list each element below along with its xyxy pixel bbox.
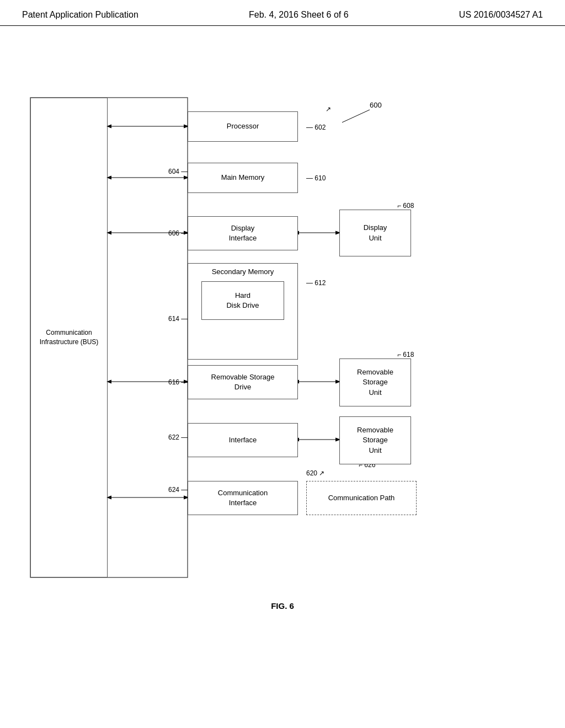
svg-text:↗: ↗ xyxy=(326,105,331,113)
svg-text:622 —: 622 — xyxy=(168,433,188,441)
svg-text:606 —: 606 — xyxy=(168,229,188,237)
hard-disk-drive-box: Hard Disk Drive xyxy=(201,281,284,320)
svg-text:⌐ 608: ⌐ 608 xyxy=(397,202,414,210)
removable-storage-unit2-box: Removable Storage Unit xyxy=(339,416,411,464)
display-unit-box: Display Unit xyxy=(339,210,411,256)
display-interface-box: Display Interface xyxy=(188,216,298,250)
svg-text:614 —: 614 — xyxy=(168,315,188,323)
header-center: Feb. 4, 2016 Sheet 6 of 6 xyxy=(249,10,349,20)
svg-text:624 —: 624 — xyxy=(168,486,188,494)
figure-caption: FIG. 6 xyxy=(271,601,294,611)
processor-box: Processor xyxy=(188,111,298,142)
svg-text:616 —: 616 — xyxy=(168,378,188,386)
diagram-area: 600 ↗ — 602 604 — — 610 606 — ⌐ 608 xyxy=(0,26,565,633)
svg-text:⌐ 618: ⌐ 618 xyxy=(397,351,414,358)
communication-infrastructure-box: Communication Infrastructure (BUS) xyxy=(30,98,108,577)
page: Patent Application Publication Feb. 4, 2… xyxy=(0,0,565,728)
svg-text:— 602: — 602 xyxy=(306,124,326,131)
header-right: US 2016/0034527 A1 xyxy=(459,10,543,20)
interface-box: Interface xyxy=(188,423,298,457)
secondary-memory-outer-box: Secondary Memory Hard Disk Drive xyxy=(188,263,298,360)
main-memory-box: Main Memory xyxy=(188,163,298,193)
svg-text:620 ↗: 620 ↗ xyxy=(306,469,324,477)
svg-line-2 xyxy=(342,110,370,122)
removable-storage-unit1-box: Removable Storage Unit xyxy=(339,358,411,406)
svg-text:— 610: — 610 xyxy=(306,174,326,182)
svg-text:600: 600 xyxy=(370,101,382,109)
svg-text:— 612: — 612 xyxy=(306,279,326,287)
communication-interface-box: Communication Interface xyxy=(188,481,298,515)
page-header: Patent Application Publication Feb. 4, 2… xyxy=(0,0,565,26)
svg-text:604 —: 604 — xyxy=(168,168,188,175)
header-left: Patent Application Publication xyxy=(22,10,138,20)
communication-path-box: Communication Path xyxy=(306,481,417,515)
removable-storage-drive-box: Removable Storage Drive xyxy=(188,365,298,399)
